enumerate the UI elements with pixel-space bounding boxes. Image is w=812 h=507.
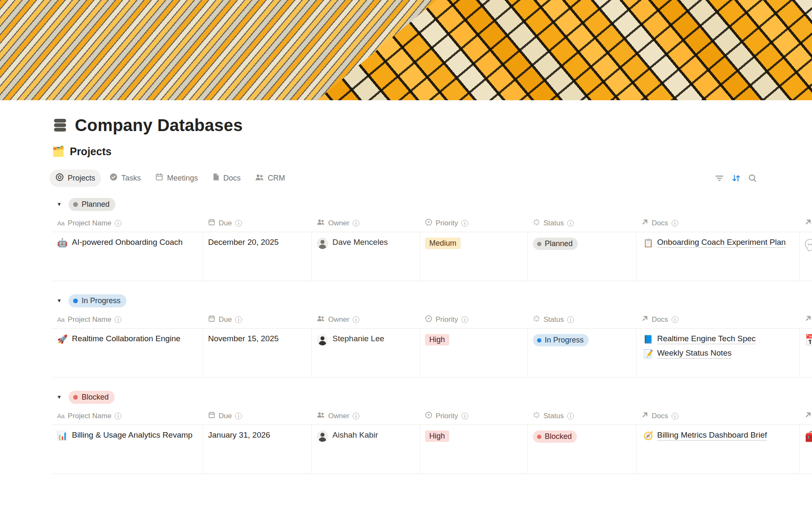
priority-tag[interactable]: Medium: [425, 238, 461, 249]
column-header-project-name[interactable]: Aa Project Name i: [52, 311, 203, 328]
owner-cell[interactable]: Stephanie Lee: [312, 329, 420, 377]
priority-tag[interactable]: High: [425, 334, 449, 345]
docs-cell[interactable]: 📘 Realtime Engine Tech Spec 📝 Weekly Sta…: [636, 329, 800, 377]
page-title-row: Company Databases: [52, 115, 812, 135]
project-name-cell[interactable]: 🤖 AI-powered Onboarding Coach: [52, 232, 203, 281]
collection-title[interactable]: Projects: [70, 145, 112, 158]
people-icon: [255, 173, 264, 183]
table-row: 🚀 Realtime Collaboration Engine November…: [52, 329, 812, 378]
docs-cell[interactable]: 🧭 Billing Metrics Dashboard Brief: [636, 425, 800, 474]
comment-bubble-icon[interactable]: •••: [805, 239, 812, 249]
due-date-cell[interactable]: December 20, 2025: [203, 232, 312, 281]
group-header-planned: ▼ Planned: [52, 197, 812, 212]
search-icon[interactable]: [748, 174, 757, 183]
column-header-docs[interactable]: Docs i: [636, 311, 800, 328]
info-icon[interactable]: i: [461, 316, 468, 323]
status-cell[interactable]: Planned: [528, 232, 636, 281]
relation-cell[interactable]: 📅: [800, 329, 812, 377]
group-pill-in-progress[interactable]: In Progress: [69, 294, 126, 307]
info-icon[interactable]: i: [567, 220, 574, 227]
doc-link[interactable]: 🧭 Billing Metrics Dashboard Brief: [643, 430, 767, 441]
priority-cell[interactable]: Medium: [420, 232, 528, 281]
column-header-priority[interactable]: Priority i: [420, 214, 528, 232]
arrow-up-right-icon: [805, 411, 812, 420]
status-dot: [73, 395, 78, 400]
status-pill[interactable]: Blocked: [533, 430, 577, 443]
info-icon[interactable]: i: [115, 316, 121, 323]
column-header-status[interactable]: Status i: [528, 214, 636, 232]
column-header-relation[interactable]: [800, 407, 812, 425]
column-header-priority[interactable]: Priority i: [420, 407, 528, 425]
doc-link[interactable]: 📋 Onboarding Coach Experiment Plan: [643, 238, 786, 248]
relation-cell[interactable]: 🧰: [800, 425, 812, 474]
column-header-docs[interactable]: Docs i: [636, 214, 800, 232]
info-icon[interactable]: i: [672, 316, 678, 323]
column-header-owner[interactable]: Owner i: [312, 311, 420, 328]
status-pill[interactable]: Planned: [533, 238, 578, 250]
info-icon[interactable]: i: [235, 220, 242, 227]
page-title[interactable]: Company Databases: [75, 116, 243, 135]
due-date-cell[interactable]: January 31, 2026: [203, 425, 312, 474]
owner-cell[interactable]: Dave Menceles: [312, 232, 420, 281]
doc-link[interactable]: 📝 Weekly Status Notes: [643, 348, 732, 359]
column-header-due[interactable]: Due i: [203, 214, 312, 232]
collapse-triangle-icon[interactable]: ▼: [55, 201, 64, 207]
docs-cell[interactable]: 📋 Onboarding Coach Experiment Plan: [636, 232, 800, 281]
info-icon[interactable]: i: [672, 220, 678, 227]
column-header-priority[interactable]: Priority i: [420, 311, 528, 328]
info-icon[interactable]: i: [115, 220, 121, 227]
status-cell[interactable]: Blocked: [528, 425, 636, 474]
status-dot: [73, 299, 78, 303]
column-header-relation[interactable]: [800, 214, 812, 232]
column-header-project-name[interactable]: Aa Project Name i: [52, 407, 203, 425]
column-header-owner[interactable]: Owner i: [312, 214, 420, 232]
tab-tasks[interactable]: Tasks: [104, 170, 147, 186]
column-header-due[interactable]: Due i: [203, 407, 312, 425]
group-name: Blocked: [82, 393, 109, 402]
info-icon[interactable]: i: [353, 220, 359, 227]
info-icon[interactable]: i: [672, 413, 678, 419]
status-pill[interactable]: In Progress: [533, 334, 589, 346]
group-pill-blocked[interactable]: Blocked: [69, 391, 115, 404]
select-icon: [425, 411, 432, 421]
info-icon[interactable]: i: [567, 316, 574, 323]
text-icon: Aa: [57, 412, 64, 419]
project-name-cell[interactable]: 🚀 Realtime Collaboration Engine: [52, 329, 203, 377]
column-header-docs[interactable]: Docs i: [636, 407, 800, 425]
status-cell[interactable]: In Progress: [528, 329, 636, 377]
tab-crm[interactable]: CRM: [249, 170, 291, 186]
group-pill-planned[interactable]: Planned: [69, 198, 115, 211]
owner-cell[interactable]: Aishah Kabir: [312, 425, 420, 474]
priority-tag[interactable]: High: [425, 430, 449, 442]
owner-name: Stephanie Lee: [332, 334, 384, 343]
sort-arrows-icon[interactable]: [731, 174, 741, 183]
status-dot: [537, 338, 541, 343]
project-name-cell[interactable]: 📊 Billing & Usage Analytics Revamp: [52, 425, 203, 474]
priority-cell[interactable]: High: [420, 329, 528, 377]
calendar-emoji-icon: 📅: [805, 334, 812, 346]
collapse-triangle-icon[interactable]: ▼: [55, 298, 64, 304]
column-header-status[interactable]: Status i: [528, 407, 636, 425]
filter-icon[interactable]: [715, 174, 724, 182]
collapse-triangle-icon[interactable]: ▼: [55, 394, 64, 400]
info-icon[interactable]: i: [353, 413, 359, 419]
relation-cell[interactable]: •••: [800, 232, 812, 281]
column-header-relation[interactable]: [800, 311, 812, 328]
column-header-owner[interactable]: Owner i: [312, 407, 420, 425]
info-icon[interactable]: i: [353, 316, 359, 323]
info-icon[interactable]: i: [235, 413, 242, 419]
info-icon[interactable]: i: [115, 413, 121, 419]
priority-cell[interactable]: High: [420, 425, 528, 474]
column-header-status[interactable]: Status i: [528, 311, 636, 328]
column-header-project-name[interactable]: Aa Project Name i: [52, 214, 203, 232]
tab-docs[interactable]: Docs: [206, 170, 247, 186]
tab-projects[interactable]: Projects: [49, 170, 101, 187]
info-icon[interactable]: i: [235, 316, 242, 323]
column-header-due[interactable]: Due i: [203, 311, 312, 328]
doc-link[interactable]: 📘 Realtime Engine Tech Spec: [643, 334, 756, 344]
due-date-cell[interactable]: November 15, 2025: [203, 329, 312, 377]
tab-meetings[interactable]: Meetings: [149, 170, 204, 186]
info-icon[interactable]: i: [461, 413, 468, 419]
info-icon[interactable]: i: [567, 413, 574, 419]
info-icon[interactable]: i: [461, 220, 468, 227]
